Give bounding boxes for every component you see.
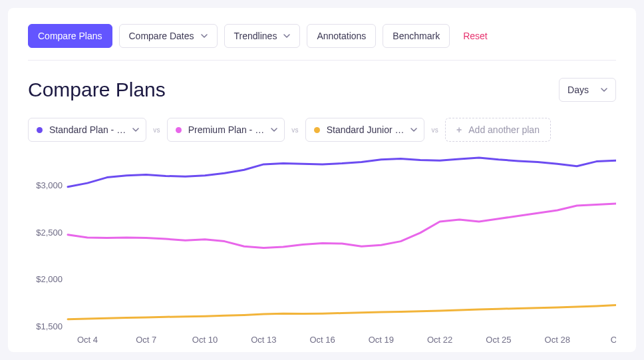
- line-chart: $1,500$2,000$2,500$3,000Oct 4Oct 7Oct 10…: [28, 154, 616, 347]
- granularity-label: Days: [567, 85, 589, 95]
- benchmark-label: Benchmark: [393, 31, 440, 41]
- svg-text:Oct 22: Oct 22: [427, 335, 452, 345]
- plan-pill-standard[interactable]: Standard Plan - …: [28, 118, 146, 142]
- compare-plans-button[interactable]: Compare Plans: [28, 24, 112, 48]
- plan-pill-junior[interactable]: Standard Junior …: [305, 118, 425, 142]
- svg-text:Oct 19: Oct 19: [369, 335, 394, 345]
- plan-label: Standard Junior …: [327, 124, 404, 135]
- reset-label: Reset: [463, 31, 488, 41]
- compare-plans-label: Compare Plans: [38, 31, 102, 41]
- benchmark-button[interactable]: Benchmark: [383, 24, 450, 48]
- chevron-down-icon: [601, 85, 607, 95]
- plan-pill-premium[interactable]: Premium Plan - …: [167, 118, 285, 142]
- plan-selector-row: Standard Plan - … vs Premium Plan - … vs…: [28, 118, 616, 142]
- vs-label: vs: [291, 126, 299, 134]
- chevron-down-icon: [201, 33, 208, 39]
- svg-text:$1,500: $1,500: [36, 321, 63, 331]
- compare-dates-label: Compare Dates: [129, 31, 194, 41]
- trendlines-button[interactable]: Trendlines: [224, 24, 301, 48]
- series-dot-icon: [176, 127, 182, 133]
- chevron-down-icon: [271, 124, 277, 135]
- plan-label: Premium Plan - …: [188, 124, 264, 135]
- chevron-down-icon: [283, 33, 290, 39]
- svg-text:Oct 25: Oct 25: [486, 335, 511, 345]
- vs-label: vs: [431, 126, 438, 134]
- svg-text:Oc: Oc: [611, 335, 616, 345]
- add-plan-button[interactable]: + Add another plan: [445, 118, 551, 142]
- svg-text:Oct 16: Oct 16: [309, 335, 335, 345]
- plus-icon: +: [456, 124, 462, 135]
- annotations-button[interactable]: Annotations: [307, 24, 376, 48]
- chart-area: $1,500$2,000$2,500$3,000Oct 4Oct 7Oct 10…: [28, 154, 616, 347]
- granularity-select[interactable]: Days: [559, 78, 616, 102]
- header-row: Compare Plans Days: [28, 78, 616, 102]
- svg-text:Oct 13: Oct 13: [251, 335, 276, 345]
- plan-label: Standard Plan - …: [49, 124, 126, 135]
- add-plan-label: Add another plan: [468, 124, 540, 135]
- svg-text:$3,000: $3,000: [36, 180, 63, 190]
- toolbar: Compare Plans Compare Dates Trendlines A…: [28, 24, 616, 61]
- svg-text:Oct 28: Oct 28: [545, 335, 570, 345]
- svg-text:Oct 7: Oct 7: [136, 335, 156, 345]
- page-title: Compare Plans: [28, 79, 166, 101]
- svg-text:Oct 10: Oct 10: [192, 335, 218, 345]
- compare-dates-button[interactable]: Compare Dates: [119, 24, 218, 48]
- vs-label: vs: [153, 126, 160, 134]
- trendlines-label: Trendlines: [234, 31, 277, 41]
- series-dot-icon: [37, 127, 43, 133]
- svg-text:Oct 4: Oct 4: [77, 335, 98, 345]
- series-dot-icon: [314, 127, 320, 133]
- analytics-card: Compare Plans Compare Dates Trendlines A…: [8, 8, 636, 352]
- svg-text:$2,500: $2,500: [36, 228, 63, 238]
- chevron-down-icon: [410, 124, 417, 135]
- svg-text:$2,000: $2,000: [36, 274, 63, 284]
- reset-button[interactable]: Reset: [459, 31, 492, 41]
- chevron-down-icon: [132, 124, 139, 135]
- annotations-label: Annotations: [317, 31, 366, 41]
